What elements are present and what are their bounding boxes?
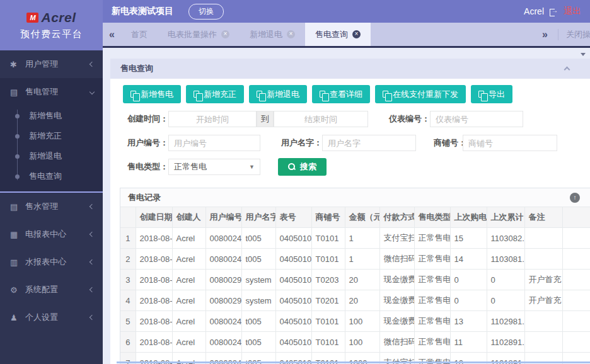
cell: 2018-08- (136, 270, 172, 290)
document-icon (130, 91, 136, 98)
cell: system (241, 270, 275, 290)
sidebar-item-label: 系统配置 (25, 284, 58, 295)
platform-subtitle: 预付费云平台 (20, 28, 83, 40)
switch-project-button[interactable]: 切换 (188, 4, 224, 20)
person-icon (10, 313, 25, 322)
cell: 0 (487, 290, 524, 311)
table-row[interactable]: 62018-08-Acrel0080024t00504050101T010110… (120, 332, 590, 353)
sidebar-subitem-新增退电[interactable]: 新增退电 (0, 146, 103, 166)
table-row[interactable]: 32018-08-Acrel0080029system04050102T0203… (120, 270, 590, 290)
logout-button[interactable]: 退出 (564, 6, 581, 17)
filter-row-3: 售电类型： 正常售电 搜索 (123, 159, 590, 175)
tab-label: 新增退电 (250, 29, 282, 40)
sidebar-subitem-新增售电[interactable]: 新增售电 (0, 106, 103, 126)
tab-close-icon[interactable] (352, 30, 361, 38)
horizontal-scrollbar[interactable] (117, 361, 590, 363)
cell: 0080024 (205, 311, 241, 332)
toolbar-button-新增退电[interactable]: 新增退电 (249, 85, 307, 103)
user-no-input[interactable] (168, 135, 260, 151)
cell: 2018-08- (136, 249, 172, 270)
tab-close-icon[interactable] (287, 30, 295, 38)
table-row[interactable]: 52018-08-Acrel0080024t00504050101T010110… (120, 311, 590, 332)
query-panel-header: 售电查询 (110, 59, 590, 79)
cell (524, 311, 562, 332)
table-row[interactable]: 12018-08-Acrel0080024t00504050101T01011支… (120, 228, 590, 249)
search-button-label: 搜索 (300, 161, 316, 173)
toolbar-button-导出[interactable]: 导出 (471, 85, 512, 103)
tab-首页[interactable]: 首页 (121, 23, 158, 46)
tab-新增退电[interactable]: 新增退电 (240, 23, 305, 46)
row-number: 2 (120, 249, 136, 270)
cell: 0 (487, 270, 524, 290)
sidebar-subitem-售电查询[interactable]: 售电查询 (0, 166, 103, 186)
panel-collapse-icon[interactable] (564, 67, 570, 73)
acrel-logo-icon: M (26, 13, 38, 23)
sidebar-item-电报表中心[interactable]: 电报表中心 (0, 220, 103, 248)
cell: 2018-08- (136, 290, 172, 311)
row-number: 1 (120, 228, 136, 249)
toolbar-button-新增售电[interactable]: 新增售电 (123, 85, 181, 103)
sidebar-item-个人设置[interactable]: 个人设置 (0, 304, 103, 331)
cell: 1103082. (487, 228, 524, 249)
toolbar-button-label: 新增退电 (267, 89, 299, 100)
column-header-表号: 表号 (275, 207, 311, 228)
main-content: 售电查询 新增售电新增充正新增退电查看详细在线支付重新下发导出 创建时间： 到 … (103, 50, 590, 364)
column-header-用户编号: 用户编号 (205, 207, 241, 228)
username[interactable]: Acrel (524, 6, 544, 16)
sidebar-subitem-新增充正[interactable]: 新增充正 (0, 126, 103, 146)
row-number: 5 (120, 311, 136, 332)
user-name-input[interactable] (322, 135, 416, 151)
row-number: 6 (120, 332, 136, 353)
cell: 0080024 (205, 332, 241, 353)
tab-售电查询[interactable]: 售电查询 (305, 23, 371, 46)
sidebar-item-用户管理[interactable]: 用户管理 (0, 50, 103, 78)
end-time-input[interactable] (274, 111, 368, 127)
cell: 正常售电 (414, 311, 450, 332)
sidebar-item-售水管理[interactable]: 售水管理 (0, 193, 103, 220)
sidebar-item-label: 售电管理 (25, 86, 58, 98)
records-collapse-icon[interactable] (570, 193, 580, 203)
meter-no-input[interactable] (430, 111, 523, 127)
sale-type-select[interactable]: 正常售电 (168, 159, 260, 175)
table-row[interactable]: 42018-08-Acrel0080029system04050102T0201… (120, 290, 590, 311)
cell (562, 311, 590, 332)
chevron-left-icon (90, 259, 95, 264)
sidebar-item-系统配置[interactable]: 系统配置 (0, 276, 103, 304)
search-button[interactable]: 搜索 (278, 158, 327, 176)
table-row[interactable]: 22018-08-Acrel0080024t00504050101T01011微… (120, 249, 590, 270)
cell: 04050102 (275, 270, 311, 290)
cell: 1103081. (487, 249, 524, 270)
tabs-scroll-right-icon[interactable]: » (536, 29, 554, 40)
close-operations-menu[interactable]: 关闭操作 (558, 29, 590, 40)
sidebar-item-售电管理[interactable]: 售电管理 (0, 78, 103, 106)
cell: 0 (450, 290, 487, 311)
column-header-上次累计: 上次累计 (487, 207, 524, 228)
tab-电表批量操作[interactable]: 电表批量操作 (158, 23, 240, 46)
start-time-input[interactable] (168, 111, 257, 127)
cell: 0080029 (205, 270, 241, 290)
cell: 15 (450, 228, 487, 249)
meter-no-label: 仪表编号： (385, 113, 430, 125)
toolbar-button-新增充正[interactable]: 新增充正 (186, 85, 244, 103)
cell: Acrel (172, 270, 205, 290)
cell: 1 (345, 249, 379, 270)
shop-no-input[interactable] (463, 135, 557, 151)
cell: 04050101 (275, 311, 311, 332)
column-header-金额（元: 金额（元 (345, 207, 379, 228)
tabs-scroll-left-icon[interactable]: « (103, 29, 121, 40)
row-number: 4 (120, 290, 136, 311)
toolbar-button-查看详细[interactable]: 查看详细 (312, 85, 370, 103)
toolbar-button-在线支付重新下发[interactable]: 在线支付重新下发 (375, 85, 466, 103)
cell: 1102891. (487, 332, 524, 353)
sidebar-item-label: 个人设置 (25, 312, 58, 323)
document-icon (478, 91, 484, 98)
sidebar-item-label: 售水管理 (25, 201, 58, 212)
cell (562, 270, 590, 290)
sidebar: M Acrel 预付费云平台 用户管理售电管理新增售电新增充正新增退电售电查询售… (0, 0, 103, 364)
cell: T0203 (311, 270, 345, 290)
tab-close-icon[interactable] (221, 30, 229, 38)
toolbar-button-label: 新增售电 (141, 89, 173, 100)
user-no-label: 用户编号： (123, 137, 168, 149)
document-icon (383, 91, 388, 98)
sidebar-item-水报表中心[interactable]: 水报表中心 (0, 248, 103, 276)
